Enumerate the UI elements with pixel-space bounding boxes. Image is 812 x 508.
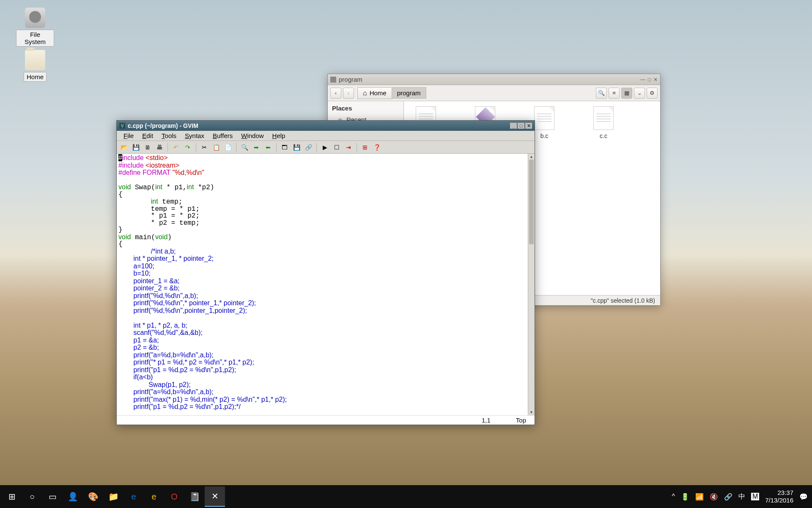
cut-button[interactable]: ✂ [200, 143, 209, 152]
scrollbar-thumb[interactable] [529, 160, 534, 244]
scroll-up-button[interactable]: ▲ [528, 154, 535, 160]
gvim-titlebar[interactable]: V c.cpp (~/program) - GVIM _ □ ✕ [117, 121, 535, 131]
open-button[interactable]: 📂 [119, 143, 129, 152]
system-tray: ^ 🔋 📶 🔇 🔗 中 M 23:37 7/13/2016 💬 [672, 489, 810, 504]
redo-button[interactable]: ↷ [183, 143, 192, 152]
search-button[interactable]: 🔍 [596, 88, 607, 99]
close-button[interactable]: ✕ [525, 123, 532, 129]
scroll-position: Top [516, 417, 526, 424]
forward-button[interactable]: › [343, 88, 354, 99]
settings-button[interactable]: ⚙ [647, 88, 658, 99]
menu-edit[interactable]: Edit [138, 131, 157, 140]
maximize-button[interactable]: □ [518, 123, 524, 129]
find-next-button[interactable]: ➡ [252, 143, 261, 152]
close-button[interactable]: ✕ [653, 77, 658, 83]
minimize-button[interactable]: — [640, 77, 645, 83]
gvim-statusbar: 1,1 Top [117, 415, 535, 425]
breadcrumb: Home program [357, 87, 426, 99]
minimize-button[interactable]: _ [510, 123, 517, 129]
gvim-icon: V [119, 123, 125, 129]
desktop-icon-label: Home [24, 72, 47, 82]
link-button[interactable]: 🔗 [304, 143, 313, 152]
taskbar-app-paint[interactable]: 🎨 [83, 486, 103, 507]
tag-button[interactable]: ⊞ [360, 143, 370, 152]
breadcrumb-home[interactable]: Home [357, 87, 392, 99]
file-name: c.c [587, 133, 620, 139]
task-view-button[interactable]: ▭ [42, 486, 63, 507]
gvim-scrollbar[interactable]: ▲ ▼ [528, 154, 535, 415]
ime-button[interactable]: 中 [738, 492, 745, 501]
cursor-position: 1,1 [482, 417, 491, 424]
save-session-button[interactable]: 💾 [292, 143, 301, 152]
help-button[interactable]: ❓ [372, 143, 381, 152]
shell-button[interactable]: ⇥ [344, 143, 353, 152]
drive-icon [25, 8, 45, 28]
run-script-button[interactable]: ▶ [320, 143, 329, 152]
gvim-window: V c.cpp (~/program) - GVIM _ □ ✕ File Ed… [116, 120, 535, 425]
file-manager-titlebar[interactable]: program — □ ✕ [328, 74, 660, 85]
gvim-menubar: File Edit Tools Syntax Buffers Window He… [117, 131, 535, 141]
status-text: "c.cpp" selected (1.0 kB) [591, 297, 655, 304]
scroll-down-button[interactable]: ▼ [528, 409, 535, 415]
back-button[interactable]: ‹ [330, 88, 341, 99]
menu-file[interactable]: File [119, 131, 138, 140]
taskbar-app-explorer[interactable]: 📁 [103, 486, 123, 507]
maximize-button[interactable]: □ [648, 77, 651, 83]
taskbar: ⊞ ○ ▭ 👤 🎨 📁 e e O 📓 ✕ ^ 🔋 📶 🔇 🔗 中 M 23:3… [0, 485, 812, 508]
undo-button[interactable]: ↶ [171, 143, 181, 152]
document-icon [593, 106, 614, 130]
icon-view-button[interactable]: ▦ [621, 88, 632, 99]
save-button[interactable]: 💾 [131, 143, 140, 152]
volume-icon[interactable]: 🔇 [710, 493, 718, 501]
tray-overflow-button[interactable]: ^ [672, 493, 675, 500]
file-item[interactable]: c.c [587, 106, 620, 139]
find-prev-button[interactable]: ⬅ [263, 143, 273, 152]
saveall-button[interactable]: 🗎 [143, 143, 152, 152]
start-button[interactable]: ⊞ [2, 486, 22, 507]
home-icon [363, 89, 367, 97]
sidebar-heading: Places [332, 105, 399, 112]
view-dropdown-button[interactable]: ⌄ [634, 88, 645, 99]
window-icon [330, 77, 336, 83]
gvim-editor[interactable]: #include <stdio> #include <iostream> #de… [117, 154, 535, 415]
desktop-icon-label: File System [16, 30, 54, 47]
print-button[interactable]: 🖶 [155, 143, 164, 152]
window-title: program [339, 76, 362, 83]
menu-window[interactable]: Window [237, 131, 268, 140]
cortana-button[interactable]: ○ [22, 486, 42, 507]
make-button[interactable]: ☐ [332, 143, 341, 152]
desktop-icon-home[interactable]: Home [16, 50, 54, 82]
wifi-icon[interactable]: 📶 [695, 493, 704, 501]
taskbar-app-people[interactable]: 👤 [63, 486, 83, 507]
desktop-icon-filesystem[interactable]: File System [16, 8, 54, 47]
ime-mode-button[interactable]: M [751, 493, 759, 500]
taskbar-clock[interactable]: 23:37 7/13/2016 [765, 489, 793, 504]
battery-icon[interactable]: 🔋 [681, 493, 689, 501]
window-title: c.cpp (~/program) - GVIM [128, 122, 198, 129]
sync-icon[interactable]: 🔗 [724, 493, 732, 501]
document-icon [534, 106, 554, 130]
taskbar-app-opera[interactable]: O [164, 486, 184, 507]
copy-button[interactable]: 📋 [211, 143, 221, 152]
breadcrumb-current[interactable]: program [392, 87, 426, 99]
date-text: 7/13/2016 [765, 497, 793, 504]
menu-help[interactable]: Help [268, 131, 290, 140]
folder-icon [25, 50, 45, 70]
menu-tools[interactable]: Tools [157, 131, 181, 140]
menu-buffers[interactable]: Buffers [208, 131, 237, 140]
taskbar-app-edge[interactable]: e [123, 486, 144, 507]
taskbar-app-xserver[interactable]: ✕ [205, 486, 225, 507]
file-manager-toolbar: ‹ › Home program 🔍 ≡ ▦ ⌄ ⚙ [328, 85, 660, 101]
taskbar-app-ie[interactable]: e [144, 486, 164, 507]
gvim-toolbar: 📂 💾 🗎 🖶 ↶ ↷ ✂ 📋 📄 🔍 ➡ ⬅ 🗔 💾 🔗 ▶ ☐ ⇥ ⊞ ❓ [117, 141, 535, 154]
new-session-button[interactable]: 🗔 [280, 143, 289, 152]
time-text: 23:37 [765, 489, 793, 497]
menu-syntax[interactable]: Syntax [181, 131, 208, 140]
list-view-button[interactable]: ≡ [609, 88, 620, 99]
taskbar-app-notes[interactable]: 📓 [184, 486, 205, 507]
find-button[interactable]: 🔍 [240, 143, 249, 152]
notifications-button[interactable]: 💬 [799, 493, 808, 501]
paste-button[interactable]: 📄 [223, 143, 233, 152]
